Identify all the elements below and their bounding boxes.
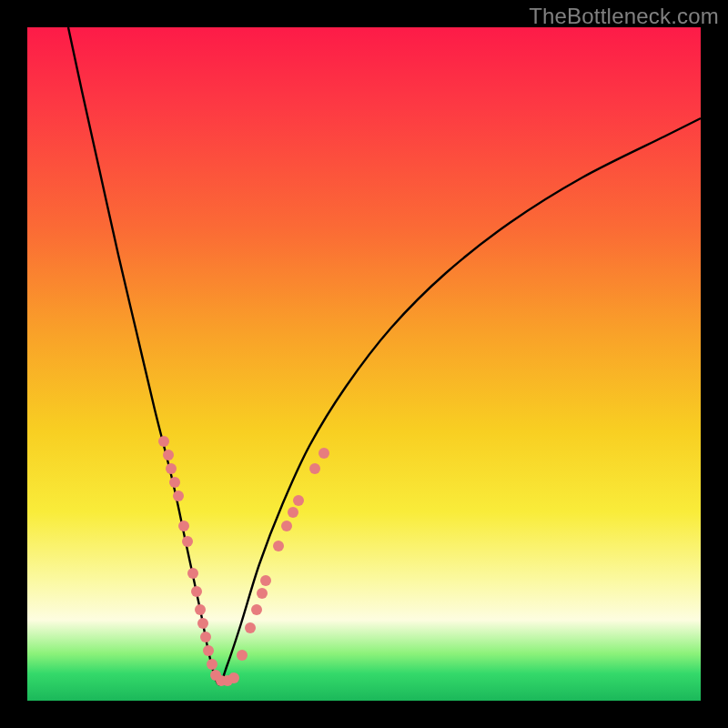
bead-marker (191, 586, 202, 597)
beads-right-group (237, 448, 329, 661)
bead-marker (318, 448, 329, 459)
bead-marker (288, 507, 298, 518)
bead-marker (260, 575, 271, 586)
bottleneck-curve (68, 27, 701, 684)
bead-marker (203, 645, 214, 656)
bead-marker (187, 568, 198, 579)
bead-marker (166, 463, 177, 474)
bead-marker (195, 604, 206, 615)
bead-marker (200, 632, 211, 642)
bead-marker (228, 672, 239, 683)
bead-marker (281, 521, 292, 531)
watermark-text: TheBottleneck.com (529, 4, 719, 29)
bead-marker (182, 536, 193, 547)
plot-area (27, 27, 701, 701)
chart-frame: TheBottleneck.com (0, 0, 728, 728)
bead-marker (169, 477, 180, 488)
bead-marker (309, 463, 320, 474)
bead-marker (173, 490, 184, 501)
bead-marker (293, 495, 304, 506)
bead-marker (207, 659, 217, 670)
bead-marker (273, 541, 284, 551)
bead-marker (237, 650, 248, 661)
bead-marker (178, 521, 189, 531)
chart-svg (27, 27, 701, 701)
bead-marker (245, 622, 256, 633)
bead-marker (257, 588, 268, 599)
bead-marker (163, 450, 174, 460)
bead-marker (158, 436, 169, 447)
bead-marker (197, 618, 208, 629)
beads-left-group (158, 436, 239, 686)
bead-marker (251, 604, 262, 615)
